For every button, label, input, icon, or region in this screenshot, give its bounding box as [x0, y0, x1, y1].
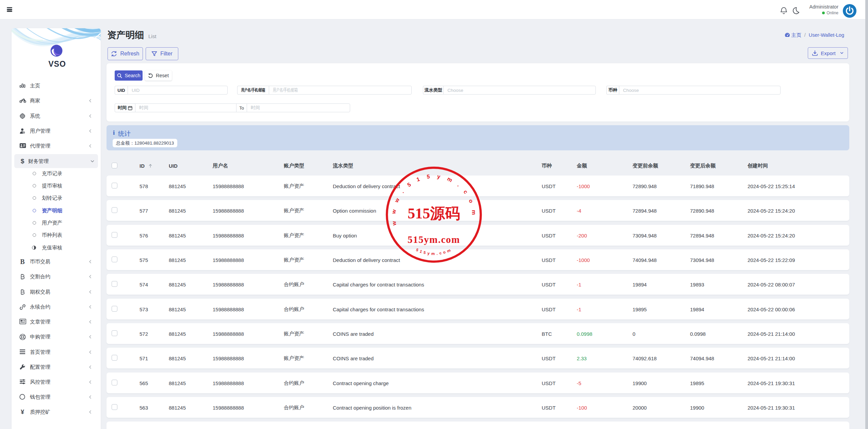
svg-text:515ym.com: 515ym.com — [408, 234, 460, 245]
svg-text:515ym.com: 515ym.com — [415, 247, 453, 255]
svg-text:515源码: 515源码 — [408, 205, 460, 222]
